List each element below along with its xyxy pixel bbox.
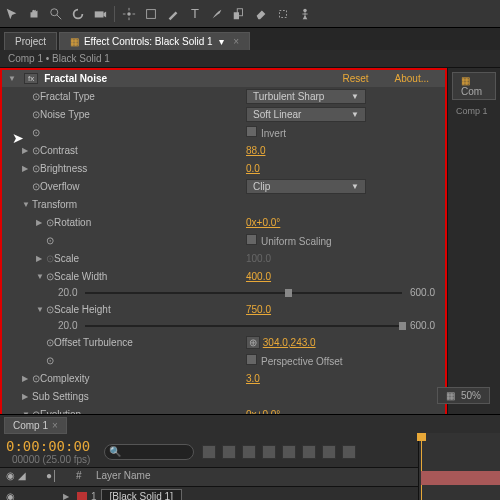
brightness-value[interactable]: 0.0 (246, 163, 260, 174)
comp-icon[interactable] (322, 445, 336, 459)
svg-point-6 (303, 8, 307, 12)
twirl-icon[interactable]: ▶ (22, 164, 32, 173)
transform-group[interactable]: ▼ Transform (2, 195, 445, 213)
about-link[interactable]: About... (395, 73, 429, 84)
stopwatch-icon[interactable]: ⊙ (32, 181, 40, 192)
draft3d-icon[interactable] (222, 445, 236, 459)
eraser-tool-icon[interactable] (253, 6, 269, 22)
fx-badge-icon[interactable]: fx (24, 73, 38, 84)
brainstorm-icon[interactable] (282, 445, 296, 459)
rotation-value[interactable]: 0x+0.0° (246, 217, 280, 228)
noise-type-dropdown[interactable]: Soft Linear▼ (246, 107, 366, 122)
brightness-row: ▶⊙ Brightness 0.0 (2, 159, 445, 177)
stopwatch-icon[interactable]: ⊙ (46, 337, 54, 348)
timecode[interactable]: 0:00:00:00 (6, 438, 96, 454)
twirl-icon[interactable]: ▼ (36, 272, 46, 281)
slider-track[interactable] (85, 325, 402, 327)
scale-height-value[interactable]: 750.0 (246, 304, 271, 315)
slider-thumb[interactable] (285, 289, 292, 297)
crosshair-icon[interactable]: ⊕ (246, 336, 260, 349)
visibility-icon[interactable]: ◉ (6, 491, 15, 500)
close-icon[interactable]: × (52, 420, 58, 431)
twirl-icon[interactable]: ▶ (22, 392, 32, 401)
effect-header[interactable]: ▼ fx Fractal Noise Reset About... (2, 70, 445, 87)
fractal-type-dropdown[interactable]: Turbulent Sharp▼ (246, 89, 366, 104)
zoom-control[interactable]: ▦ 50% (437, 387, 490, 404)
offset-turb-value[interactable]: 304.0,243.0 (263, 337, 316, 348)
graph-icon[interactable] (302, 445, 316, 459)
viewer-panel: ▦ Com Comp 1 (447, 68, 500, 425)
stopwatch-icon[interactable]: ⊙ (32, 91, 40, 102)
settings-icon[interactable] (342, 445, 356, 459)
timeline-search[interactable]: 🔍 (104, 444, 194, 460)
slider-thumb[interactable] (399, 322, 406, 330)
twirl-icon[interactable]: ▶ (63, 492, 73, 500)
project-tab[interactable]: Project (4, 32, 57, 50)
rect-tool-icon[interactable] (143, 6, 159, 22)
pan-behind-tool-icon[interactable] (121, 6, 137, 22)
viewer-tab[interactable]: ▦ Com (452, 72, 496, 100)
type-tool-icon[interactable]: T (187, 6, 203, 22)
rotate-tool-icon[interactable] (70, 6, 86, 22)
contrast-row: ▶⊙ Contrast 88.0 (2, 141, 445, 159)
pen-tool-icon[interactable] (165, 6, 181, 22)
stopwatch-icon[interactable]: ⊙ (46, 217, 54, 228)
selection-tool-icon[interactable] (4, 6, 20, 22)
reset-link[interactable]: Reset (342, 73, 368, 84)
twirl-icon[interactable]: ▶ (36, 218, 46, 227)
eye-column-icon[interactable]: ◉ ◢ (6, 470, 46, 484)
close-tab-icon[interactable]: × (233, 36, 239, 47)
stopwatch-icon[interactable]: ⊙ (32, 145, 40, 156)
stopwatch-icon[interactable]: ⊙ (46, 304, 54, 315)
zoom-tool-icon[interactable] (48, 6, 64, 22)
timeline-tab[interactable]: Comp 1× (4, 417, 67, 434)
perspective-checkbox[interactable] (246, 354, 257, 365)
motion-blur-icon[interactable] (262, 445, 276, 459)
grid-icon[interactable]: ▦ (446, 390, 455, 401)
sub-settings-row[interactable]: ▶ Sub Settings (2, 387, 445, 405)
invert-checkbox[interactable] (246, 126, 257, 137)
effect-controls-tab[interactable]: ▦ Effect Controls: Black Solid 1 ▾ × (59, 32, 250, 50)
roto-tool-icon[interactable] (275, 6, 291, 22)
fractal-type-row: ⊙ Fractal Type Turbulent Sharp▼ (2, 87, 445, 105)
stopwatch-icon[interactable]: ⊙ (46, 271, 54, 282)
scale-height-label: Scale Height (54, 304, 111, 315)
layer-color-icon[interactable] (77, 492, 87, 501)
stopwatch-icon[interactable]: ⊙ (46, 235, 54, 246)
timeline-track-area[interactable] (418, 433, 500, 500)
invert-row: ⊙ Invert (2, 123, 445, 141)
uniform-scaling-checkbox[interactable] (246, 234, 257, 245)
puppet-tool-icon[interactable] (297, 6, 313, 22)
complexity-value[interactable]: 3.0 (246, 373, 260, 384)
svg-rect-3 (147, 9, 156, 18)
zoom-value[interactable]: 50% (461, 390, 481, 401)
twirl-icon[interactable]: ▼ (8, 74, 18, 83)
layer-name-column[interactable]: Layer Name (96, 470, 150, 484)
overflow-dropdown[interactable]: Clip▼ (246, 179, 366, 194)
layer-name[interactable]: [Black Solid 1] (101, 489, 182, 500)
stopwatch-icon[interactable]: ⊙ (46, 355, 54, 366)
stopwatch-icon[interactable]: ⊙ (32, 163, 40, 174)
hand-tool-icon[interactable] (26, 6, 42, 22)
slider-track[interactable] (85, 292, 402, 294)
playhead[interactable] (421, 433, 422, 500)
brush-tool-icon[interactable] (209, 6, 225, 22)
stopwatch-icon[interactable]: ⊙ (32, 373, 40, 384)
twirl-icon[interactable]: ▼ (22, 200, 32, 209)
twirl-icon[interactable]: ▶ (22, 374, 32, 383)
scale-value: 100.0 (246, 253, 271, 264)
scale-width-value[interactable]: 400.0 (246, 271, 271, 282)
dropdown-icon[interactable]: ▾ (219, 36, 224, 47)
camera-tool-icon[interactable] (92, 6, 108, 22)
twirl-icon[interactable]: ▼ (36, 305, 46, 314)
frame-blend-icon[interactable] (242, 445, 256, 459)
shy-icon[interactable] (202, 445, 216, 459)
contrast-value[interactable]: 88.0 (246, 145, 265, 156)
twirl-icon[interactable]: ▶ (22, 146, 32, 155)
stopwatch-icon[interactable]: ⊙ (32, 127, 40, 138)
clone-tool-icon[interactable] (231, 6, 247, 22)
uniform-scaling-label: Uniform Scaling (261, 236, 332, 247)
app-toolbar: T (0, 0, 500, 28)
layer-bar[interactable] (421, 471, 500, 485)
stopwatch-icon[interactable]: ⊙ (32, 109, 40, 120)
